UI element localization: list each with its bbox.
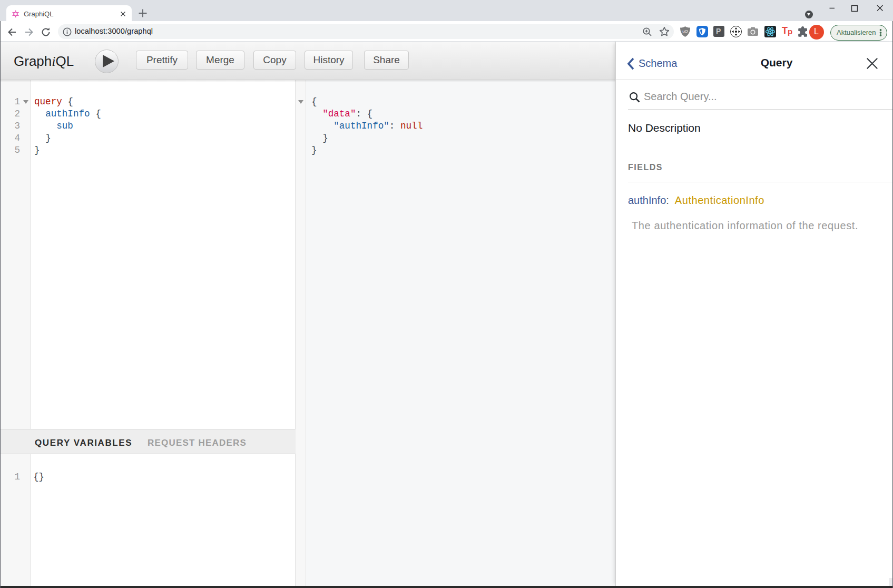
svg-text:uO: uO	[682, 29, 688, 34]
